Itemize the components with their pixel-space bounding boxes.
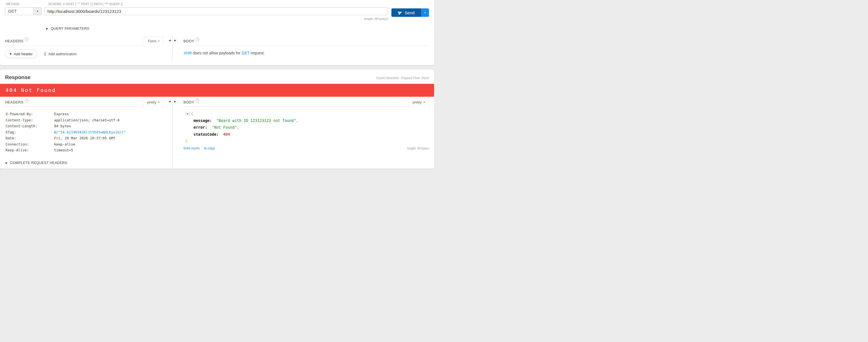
response-body-footer: lines nums ⧉copy length: 84 bytes [184, 146, 429, 153]
lines-nums-link[interactable]: lines nums [184, 146, 199, 150]
send-main[interactable]: Send [392, 8, 421, 17]
add-header-button[interactable]: + Add header [5, 50, 37, 58]
header-name: Date: [6, 135, 54, 141]
response-headers-panel: HEADERS ? pretty ▾ X-Powered-By: Express… [0, 97, 167, 169]
response-body-panel: BODY ? pretty ▾ ▼{ message: "Board with … [178, 97, 434, 169]
etag-value-link[interactable]: W/"54-6jI4kVAI6l1t5hXtwNdLKyx1U/c" [54, 129, 126, 135]
complete-request-headers-toggle[interactable]: ▶ COMPLETE REQUEST HEADERS [6, 161, 164, 165]
response-body-mode-value: pretty [412, 100, 422, 104]
header-name: X-Powered-By: [6, 111, 54, 117]
send-label: Send [405, 10, 414, 15]
query-parameters-toggle[interactable]: ▶ QUERY PARAMETERS [46, 27, 434, 31]
json-key: error: [194, 125, 207, 130]
response-body-mode-dropdown[interactable]: pretty ▾ [408, 97, 429, 107]
copy-link[interactable]: ⧉copy [204, 146, 215, 150]
send-block: Send ▾ [392, 8, 429, 17]
response-headers-mode-dropdown[interactable]: pretty ▾ [143, 97, 164, 107]
collapse-json-icon[interactable]: ▼ [185, 112, 190, 116]
response-body-content: ▼{ message: "Board with ID 123123123 not… [184, 107, 429, 153]
copy-icon: ⧉ [204, 146, 207, 150]
add-header-label: Add header [14, 52, 32, 56]
header-name: Keep-Alive: [6, 147, 54, 153]
chevron-down-icon: ▾ [158, 101, 159, 104]
help-icon[interactable]: ? [25, 37, 29, 41]
headers-mode-dropdown[interactable]: Form ▾ [144, 36, 164, 46]
request-panel-splitter: ◀ ▶ [167, 36, 178, 61]
send-button[interactable]: Send ▾ [392, 8, 429, 17]
collapse-left-arrow[interactable]: ◀ [167, 97, 172, 103]
response-section: Response Cache Detected - Elapsed Time: … [0, 69, 434, 169]
send-options-caret[interactable]: ▾ [421, 8, 429, 17]
url-label: SCHEME :// HOST [ ":" PORT ] [ PATH [ "?… [48, 2, 388, 6]
xhr-link[interactable]: XHR [184, 51, 192, 55]
url-length-text: length: 38 byte(s) [44, 17, 388, 21]
url-block: SCHEME :// HOST [ ":" PORT ] [ PATH [ "?… [44, 2, 388, 21]
table-row: X-Powered-By: Express [6, 111, 164, 117]
response-headers-mode-value: pretty [147, 100, 156, 104]
json-comma: , [296, 118, 299, 123]
method-caret-button[interactable]: ▾ [33, 7, 41, 15]
header-value: timeout=5 [54, 147, 73, 153]
help-icon[interactable]: ? [195, 99, 199, 102]
json-comma: , [237, 125, 239, 130]
request-panels: HEADERS ? Form ▾ + Add header ⚷ Add auth… [0, 36, 434, 61]
response-headers-title: HEADERS [5, 100, 24, 104]
triangle-right-icon: ▶ [46, 27, 48, 30]
collapse-right-arrow[interactable]: ▶ [173, 97, 178, 103]
response-body-title: BODY [184, 100, 194, 104]
json-entry: statusCode: 404 [185, 131, 429, 138]
table-row: Date: Fri, 20 Mar 2026 10:37:05 GMT [6, 135, 164, 141]
method-select[interactable]: GET ▾ [5, 7, 42, 15]
plus-icon: + [9, 52, 12, 56]
request-headers-title: HEADERS [5, 39, 24, 43]
table-row: ETag: W/"54-6jI4kVAI6l1t5hXtwNdLKyx1U/c" [6, 129, 164, 135]
triangle-right-icon: ▶ [6, 162, 7, 164]
request-body-panel: BODY ? XHR does not allow payloads for G… [178, 36, 434, 61]
request-body-message: XHR does not allow payloads for GET requ… [184, 46, 429, 58]
table-row: Content-Type: application/json; charset=… [6, 117, 164, 123]
method-block: METHOD GET ▾ [5, 2, 42, 15]
json-value: 404 [223, 132, 230, 137]
response-panel-splitter: ◀ ▶ [167, 97, 178, 169]
copy-label: copy [208, 146, 215, 150]
json-open-brace: { [191, 111, 193, 116]
header-name: Content-Type: [6, 117, 54, 123]
header-name: ETag: [6, 129, 54, 135]
collapse-right-arrow[interactable]: ▶ [173, 36, 178, 42]
response-headers-table: X-Powered-By: Express Content-Type: appl… [5, 107, 164, 153]
chevron-down-icon: ▾ [425, 11, 426, 14]
panel-divider [172, 97, 173, 169]
query-parameters-label: QUERY PARAMETERS [51, 27, 89, 31]
json-value: "Not Found" [212, 125, 237, 130]
chevron-down-icon: ▾ [158, 40, 159, 42]
add-authorization-button[interactable]: ⚷ Add authorization [43, 51, 76, 56]
table-row: Connection: keep-alive [6, 141, 164, 147]
body-length-text: length: 84 bytes [407, 147, 429, 150]
json-close-brace: } [185, 139, 187, 143]
header-name: Content-Length: [6, 123, 54, 129]
add-authorization-label: Add authorization [48, 52, 76, 56]
response-headers-panel-header: HEADERS ? pretty ▾ [5, 97, 164, 107]
header-value: keep-alive [54, 141, 75, 147]
help-icon[interactable]: ? [195, 37, 199, 41]
headers-mode-value: Form [148, 39, 156, 43]
request-headers-content: + Add header ⚷ Add authorization [5, 46, 164, 61]
request-body-panel-header: BODY ? [184, 36, 429, 46]
paper-plane-icon [398, 10, 402, 15]
header-value: Express [54, 111, 69, 117]
table-row: Content-Length: 84 bytes [6, 123, 164, 129]
json-entry: message: "Board with ID 123123123 not fo… [185, 117, 429, 124]
json-value: "Board with ID 123123123 not found" [216, 118, 296, 123]
url-input[interactable] [44, 7, 388, 15]
response-title: Response [5, 74, 31, 81]
get-link[interactable]: GET [242, 51, 250, 55]
json-key: statusCode: [194, 132, 219, 137]
collapse-left-arrow[interactable]: ◀ [167, 36, 172, 42]
key-icon: ⚷ [43, 51, 46, 56]
json-key: message: [194, 118, 212, 123]
request-headers-panel: HEADERS ? Form ▾ + Add header ⚷ Add auth… [0, 36, 167, 61]
header-value: application/json; charset=utf-8 [54, 117, 119, 123]
response-panels: HEADERS ? pretty ▾ X-Powered-By: Express… [0, 97, 434, 169]
help-icon[interactable]: ? [25, 99, 29, 102]
request-body-title: BODY [184, 39, 194, 43]
